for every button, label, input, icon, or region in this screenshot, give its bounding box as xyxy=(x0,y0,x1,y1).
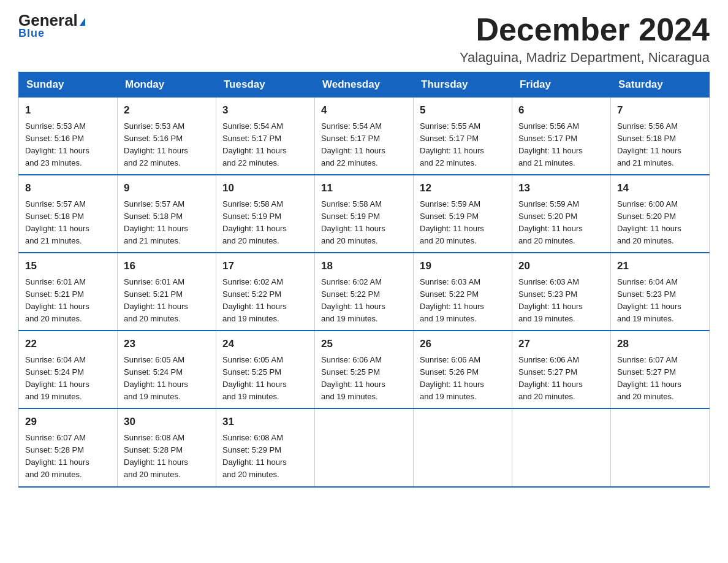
calendar-header-row: SundayMondayTuesdayWednesdayThursdayFrid… xyxy=(19,72,710,98)
weekday-header-saturday: Saturday xyxy=(611,72,710,98)
day-info: Sunrise: 6:01 AMSunset: 5:21 PMDaylight:… xyxy=(25,277,89,323)
day-number: 30 xyxy=(124,414,210,430)
calendar-week-row: 29 Sunrise: 6:07 AMSunset: 5:28 PMDaylig… xyxy=(19,408,710,486)
day-number: 22 xyxy=(25,336,111,352)
day-info: Sunrise: 6:08 AMSunset: 5:28 PMDaylight:… xyxy=(124,433,188,479)
calendar-day-cell: 12 Sunrise: 5:59 AMSunset: 5:19 PMDaylig… xyxy=(414,175,512,253)
calendar-day-cell: 5 Sunrise: 5:55 AMSunset: 5:17 PMDayligh… xyxy=(414,98,512,175)
day-number: 7 xyxy=(617,102,703,118)
day-number: 8 xyxy=(25,180,111,196)
calendar-day-cell: 2 Sunrise: 5:53 AMSunset: 5:16 PMDayligh… xyxy=(118,98,216,175)
calendar-day-cell: 17 Sunrise: 6:02 AMSunset: 5:22 PMDaylig… xyxy=(216,253,315,331)
day-info: Sunrise: 6:06 AMSunset: 5:27 PMDaylight:… xyxy=(518,355,583,401)
empty-cell xyxy=(315,408,414,486)
empty-cell xyxy=(414,408,512,486)
day-info: Sunrise: 5:57 AMSunset: 5:18 PMDaylight:… xyxy=(25,199,89,245)
day-info: Sunrise: 5:59 AMSunset: 5:19 PMDaylight:… xyxy=(420,199,484,245)
day-info: Sunrise: 5:54 AMSunset: 5:17 PMDaylight:… xyxy=(321,121,385,167)
logo-general-text: General xyxy=(18,12,85,28)
day-number: 10 xyxy=(222,180,308,196)
calendar-table: SundayMondayTuesdayWednesdayThursdayFrid… xyxy=(18,72,710,487)
day-info: Sunrise: 6:08 AMSunset: 5:29 PMDaylight:… xyxy=(222,433,287,479)
calendar-day-cell: 25 Sunrise: 6:06 AMSunset: 5:25 PMDaylig… xyxy=(315,331,414,408)
logo-blue-text: Blue xyxy=(18,27,45,40)
day-number: 6 xyxy=(518,102,604,118)
weekday-header-sunday: Sunday xyxy=(19,72,118,98)
calendar-day-cell: 22 Sunrise: 6:04 AMSunset: 5:24 PMDaylig… xyxy=(19,331,118,408)
calendar-day-cell: 26 Sunrise: 6:06 AMSunset: 5:26 PMDaylig… xyxy=(414,331,512,408)
calendar-week-row: 15 Sunrise: 6:01 AMSunset: 5:21 PMDaylig… xyxy=(19,253,710,331)
day-info: Sunrise: 6:04 AMSunset: 5:23 PMDaylight:… xyxy=(617,277,681,323)
day-number: 29 xyxy=(25,414,111,430)
day-info: Sunrise: 6:06 AMSunset: 5:25 PMDaylight:… xyxy=(321,355,385,401)
day-info: Sunrise: 6:05 AMSunset: 5:25 PMDaylight:… xyxy=(222,355,287,401)
day-number: 15 xyxy=(25,258,111,274)
calendar-day-cell: 24 Sunrise: 6:05 AMSunset: 5:25 PMDaylig… xyxy=(216,331,315,408)
day-info: Sunrise: 6:06 AMSunset: 5:26 PMDaylight:… xyxy=(420,355,484,401)
calendar-day-cell: 15 Sunrise: 6:01 AMSunset: 5:21 PMDaylig… xyxy=(19,253,118,331)
calendar-day-cell: 9 Sunrise: 5:57 AMSunset: 5:18 PMDayligh… xyxy=(118,175,216,253)
page-header: General Blue December 2024 Yalaguina, Ma… xyxy=(18,12,710,66)
calendar-day-cell: 7 Sunrise: 5:56 AMSunset: 5:18 PMDayligh… xyxy=(611,98,710,175)
day-number: 18 xyxy=(321,258,407,274)
calendar-day-cell: 13 Sunrise: 5:59 AMSunset: 5:20 PMDaylig… xyxy=(512,175,611,253)
day-number: 2 xyxy=(124,102,210,118)
day-info: Sunrise: 6:03 AMSunset: 5:23 PMDaylight:… xyxy=(518,277,583,323)
day-info: Sunrise: 6:02 AMSunset: 5:22 PMDaylight:… xyxy=(321,277,385,323)
day-number: 28 xyxy=(617,336,703,352)
calendar-week-row: 1 Sunrise: 5:53 AMSunset: 5:16 PMDayligh… xyxy=(19,98,710,175)
day-info: Sunrise: 5:59 AMSunset: 5:20 PMDaylight:… xyxy=(518,199,583,245)
calendar-day-cell: 1 Sunrise: 5:53 AMSunset: 5:16 PMDayligh… xyxy=(19,98,118,175)
day-number: 23 xyxy=(124,336,210,352)
weekday-header-tuesday: Tuesday xyxy=(216,72,315,98)
calendar-day-cell: 18 Sunrise: 6:02 AMSunset: 5:22 PMDaylig… xyxy=(315,253,414,331)
day-number: 17 xyxy=(222,258,308,274)
day-number: 1 xyxy=(25,102,111,118)
calendar-day-cell: 4 Sunrise: 5:54 AMSunset: 5:17 PMDayligh… xyxy=(315,98,414,175)
day-info: Sunrise: 5:54 AMSunset: 5:17 PMDaylight:… xyxy=(222,121,287,167)
calendar-day-cell: 28 Sunrise: 6:07 AMSunset: 5:27 PMDaylig… xyxy=(611,331,710,408)
month-year-title: December 2024 xyxy=(460,12,710,47)
day-info: Sunrise: 6:02 AMSunset: 5:22 PMDaylight:… xyxy=(222,277,287,323)
weekday-header-friday: Friday xyxy=(512,72,611,98)
day-info: Sunrise: 5:58 AMSunset: 5:19 PMDaylight:… xyxy=(222,199,287,245)
day-info: Sunrise: 6:07 AMSunset: 5:27 PMDaylight:… xyxy=(617,355,681,401)
day-number: 21 xyxy=(617,258,703,274)
day-info: Sunrise: 6:00 AMSunset: 5:20 PMDaylight:… xyxy=(617,199,681,245)
empty-cell xyxy=(611,408,710,486)
weekday-header-monday: Monday xyxy=(118,72,216,98)
day-info: Sunrise: 6:07 AMSunset: 5:28 PMDaylight:… xyxy=(25,433,89,479)
day-info: Sunrise: 5:55 AMSunset: 5:17 PMDaylight:… xyxy=(420,121,484,167)
day-info: Sunrise: 6:03 AMSunset: 5:22 PMDaylight:… xyxy=(420,277,484,323)
location-subtitle: Yalaguina, Madriz Department, Nicaragua xyxy=(460,50,710,66)
calendar-day-cell: 14 Sunrise: 6:00 AMSunset: 5:20 PMDaylig… xyxy=(611,175,710,253)
day-number: 27 xyxy=(518,336,604,352)
day-number: 3 xyxy=(222,102,308,118)
calendar-day-cell: 29 Sunrise: 6:07 AMSunset: 5:28 PMDaylig… xyxy=(19,408,118,486)
weekday-header-wednesday: Wednesday xyxy=(315,72,414,98)
day-info: Sunrise: 5:56 AMSunset: 5:17 PMDaylight:… xyxy=(518,121,583,167)
day-number: 20 xyxy=(518,258,604,274)
logo: General Blue xyxy=(18,12,85,40)
day-number: 25 xyxy=(321,336,407,352)
day-number: 14 xyxy=(617,180,703,196)
day-number: 24 xyxy=(222,336,308,352)
day-info: Sunrise: 6:05 AMSunset: 5:24 PMDaylight:… xyxy=(124,355,188,401)
day-number: 13 xyxy=(518,180,604,196)
calendar-day-cell: 27 Sunrise: 6:06 AMSunset: 5:27 PMDaylig… xyxy=(512,331,611,408)
calendar-day-cell: 20 Sunrise: 6:03 AMSunset: 5:23 PMDaylig… xyxy=(512,253,611,331)
calendar-day-cell: 23 Sunrise: 6:05 AMSunset: 5:24 PMDaylig… xyxy=(118,331,216,408)
day-number: 31 xyxy=(222,414,308,430)
calendar-day-cell: 21 Sunrise: 6:04 AMSunset: 5:23 PMDaylig… xyxy=(611,253,710,331)
day-info: Sunrise: 5:53 AMSunset: 5:16 PMDaylight:… xyxy=(25,121,89,167)
day-number: 5 xyxy=(420,102,506,118)
day-number: 16 xyxy=(124,258,210,274)
calendar-week-row: 8 Sunrise: 5:57 AMSunset: 5:18 PMDayligh… xyxy=(19,175,710,253)
empty-cell xyxy=(512,408,611,486)
day-number: 26 xyxy=(420,336,506,352)
weekday-header-thursday: Thursday xyxy=(414,72,512,98)
calendar-day-cell: 8 Sunrise: 5:57 AMSunset: 5:18 PMDayligh… xyxy=(19,175,118,253)
day-number: 9 xyxy=(124,180,210,196)
day-info: Sunrise: 6:04 AMSunset: 5:24 PMDaylight:… xyxy=(25,355,89,401)
day-info: Sunrise: 5:57 AMSunset: 5:18 PMDaylight:… xyxy=(124,199,188,245)
